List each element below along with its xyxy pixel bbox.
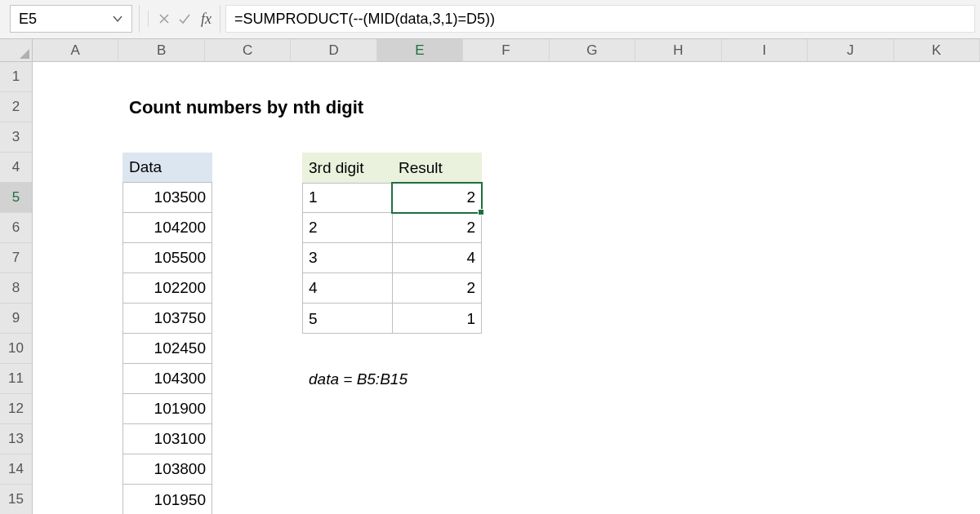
column-headers: ABCDEFGHIJK <box>33 39 980 62</box>
data-header: Data <box>122 153 212 183</box>
result-cell[interactable]: 1 <box>392 304 482 334</box>
data-cell[interactable]: 103100 <box>122 424 212 454</box>
data-cell[interactable]: 103500 <box>122 183 212 213</box>
col-header-A[interactable]: A <box>33 39 118 61</box>
row-header-5[interactable]: 5 <box>0 183 32 213</box>
digit-cell[interactable]: 2 <box>302 213 392 243</box>
col-header-I[interactable]: I <box>722 39 808 61</box>
row-header-7[interactable]: 7 <box>0 243 32 273</box>
digit-cell[interactable]: 4 <box>302 273 392 304</box>
row-header-10[interactable]: 10 <box>0 334 32 364</box>
col-header-K[interactable]: K <box>894 39 980 61</box>
data-cell[interactable]: 101950 <box>122 485 212 514</box>
row-header-12[interactable]: 12 <box>0 394 32 424</box>
data-cell[interactable]: 104200 <box>122 213 212 243</box>
row-header-6[interactable]: 6 <box>0 213 32 243</box>
result-cell[interactable]: 4 <box>392 243 482 273</box>
digit-cell[interactable]: 1 <box>302 183 392 213</box>
named-range-note: data = B5:B15 <box>302 364 514 394</box>
row-headers: 123456789101112131415 <box>0 62 33 514</box>
row-header-2[interactable]: 2 <box>0 92 32 122</box>
enter-icon[interactable] <box>178 13 191 24</box>
row-header-4[interactable]: 4 <box>0 153 32 183</box>
col-header-J[interactable]: J <box>808 39 893 61</box>
select-all-corner[interactable] <box>0 39 33 62</box>
data-cell[interactable]: 103750 <box>122 304 212 334</box>
formula-bar: E5 fx =SUMPRODUCT(--(MID(data,3,1)=D5)) <box>0 0 980 39</box>
insert-function-icon[interactable]: fx <box>201 11 212 28</box>
data-cell[interactable]: 102200 <box>122 273 212 304</box>
page-title: Count numbers by nth digit <box>122 92 482 122</box>
digit-cell[interactable]: 5 <box>302 304 392 334</box>
row-header-1[interactable]: 1 <box>0 62 32 92</box>
data-cell[interactable]: 104300 <box>122 364 212 394</box>
spreadsheet-grid: ABCDEFGHIJK 123456789101112131415 Count … <box>0 39 980 514</box>
col-header-D[interactable]: D <box>291 39 376 61</box>
data-cell[interactable]: 101900 <box>122 394 212 424</box>
col-header-C[interactable]: C <box>205 39 291 61</box>
result-cell[interactable]: 2 <box>392 273 482 304</box>
col-header-E[interactable]: E <box>377 39 463 61</box>
formula-input[interactable]: =SUMPRODUCT(--(MID(data,3,1)=D5)) <box>225 5 975 33</box>
digit-cell[interactable]: 3 <box>302 243 392 273</box>
row-header-8[interactable]: 8 <box>0 273 32 304</box>
data-cell[interactable]: 103800 <box>122 454 212 485</box>
digit-header: 3rd digit <box>302 153 392 183</box>
data-cell[interactable]: 102450 <box>122 334 212 364</box>
formula-bar-buttons: fx <box>139 5 220 33</box>
formula-text: =SUMPRODUCT(--(MID(data,3,1)=D5)) <box>234 11 495 28</box>
row-header-14[interactable]: 14 <box>0 454 32 485</box>
col-header-F[interactable]: F <box>463 39 549 61</box>
row-header-3[interactable]: 3 <box>0 122 32 153</box>
col-header-H[interactable]: H <box>635 39 721 61</box>
data-cell[interactable]: 105500 <box>122 243 212 273</box>
row-header-15[interactable]: 15 <box>0 485 32 514</box>
row-header-11[interactable]: 11 <box>0 364 32 394</box>
result-cell[interactable]: 2 <box>392 213 482 243</box>
name-box-value: E5 <box>19 11 37 28</box>
cancel-icon[interactable] <box>158 13 170 24</box>
result-header: Result <box>392 153 482 183</box>
name-box[interactable]: E5 <box>10 5 132 33</box>
col-header-G[interactable]: G <box>550 39 635 61</box>
row-header-13[interactable]: 13 <box>0 424 32 454</box>
cells-area[interactable]: Count numbers by nth digit Data 10350010… <box>33 62 980 514</box>
row-header-9[interactable]: 9 <box>0 304 32 334</box>
result-cell[interactable]: 2 <box>392 183 482 213</box>
name-box-dropdown-icon[interactable] <box>107 8 128 29</box>
col-header-B[interactable]: B <box>118 39 204 61</box>
